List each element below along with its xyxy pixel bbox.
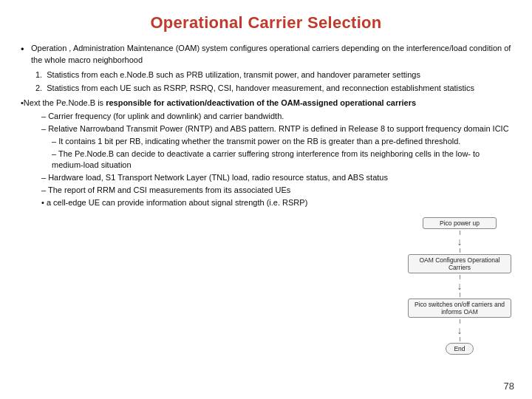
diagram-box-1: Pico power up (423, 217, 497, 229)
diagram-oval-end: End (446, 343, 473, 355)
diagram-box-2: OAM Configures Operational Carriers (408, 254, 511, 273)
diagram-box-3: Pico switches on/off carriers and inform… (408, 299, 511, 318)
diagram-area: Pico power up ↓ OAM Configures Operation… (408, 217, 511, 355)
dash-3-icon (31, 172, 41, 184)
dash-item-3: – Hardware load, S1 Transport Network La… (31, 172, 511, 184)
sub-bullet-text: • a cell-edge UE can provide information… (41, 198, 307, 207)
diagram-arrow-2: ↓ (457, 281, 463, 291)
diagram-line-2 (460, 248, 460, 253)
dash-inner-2: – The Pe.Node.B can decide to deactivate… (41, 149, 511, 172)
dash-3-text: – Hardware load, S1 Transport Network La… (41, 172, 388, 184)
bullet-dot-1: • (21, 43, 31, 57)
dash-inner-2-text: – The Pe.Node.B can decide to deactivate… (52, 149, 511, 172)
dash-4-icon (31, 185, 41, 197)
numbered-2-text: 2. Statistics from each UE such as RSRP,… (35, 83, 474, 92)
slide-title: Operational Carrier Selection (21, 13, 511, 33)
numbered-item-2: 2. Statistics from each UE such as RSRP,… (35, 83, 511, 95)
diagram-arrow-3: ↓ (457, 325, 463, 335)
dash-inner-2-icon (41, 149, 52, 172)
dash-item-4: – The report of RRM and CSI measurements… (31, 185, 511, 197)
dash-1-text: – Carrier frequency (for uplink and down… (41, 111, 284, 123)
dash-4-text: – The report of RRM and CSI measurements… (41, 185, 290, 197)
bullet-1-administration: Administration (73, 44, 125, 52)
diagram-arrow-1: ↓ (457, 236, 463, 247)
diagram-line-5 (460, 319, 460, 324)
sub-bullet: • a cell-edge UE can provide information… (41, 197, 511, 209)
bullet-2: • Next the Pe.Node.B is responsible for … (21, 98, 511, 109)
dash-item-1: – Carrier frequency (for uplink and down… (31, 111, 511, 123)
numbered-item-1: 1. Statistics from each e.Node.B such as… (35, 69, 511, 81)
bullet-2-text: Next the Pe.Node.B is responsible for ac… (24, 98, 416, 109)
diagram-line-6 (460, 337, 460, 341)
bullet-2-bold: responsible for activation/deactivation … (106, 98, 416, 107)
dash-inner-1-text: – It contains 1 bit per RB, indicating w… (52, 136, 460, 148)
dash-inner-1: – It contains 1 bit per RB, indicating w… (41, 136, 511, 148)
dash-item-2: – Relative Narrowband Transmit Power (RN… (31, 123, 511, 135)
dash-inner-1-icon (41, 136, 52, 148)
diagram-line-4 (460, 293, 460, 297)
dash-1-icon (31, 111, 41, 123)
numbered-1-text: 1. Statistics from each e.Node.B such as… (35, 70, 420, 79)
bullet-1: • Operation , Administration Maintenance… (21, 43, 511, 66)
dash-2-text: – Relative Narrowband Transmit Power (RN… (41, 123, 509, 135)
diagram-line-3 (460, 275, 460, 279)
dash-2-icon (31, 123, 41, 135)
bullet-1-text: Operation , Administration Maintenance (… (31, 43, 511, 66)
page-number: 78 (504, 381, 514, 392)
diagram-line-1 (460, 231, 460, 235)
